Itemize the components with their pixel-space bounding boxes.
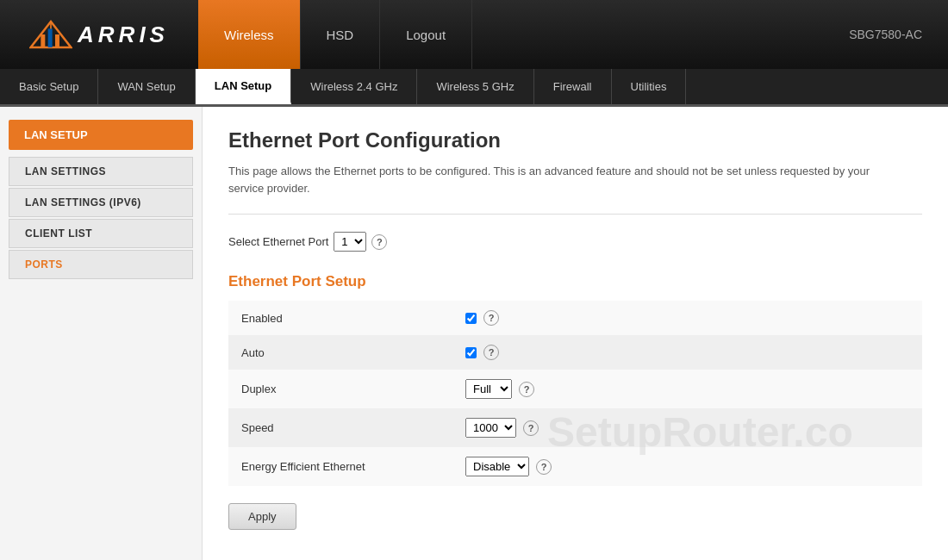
brand-name: ARRIS bbox=[78, 22, 169, 48]
tab-firewall[interactable]: Firewall bbox=[534, 69, 612, 104]
divider bbox=[228, 214, 922, 215]
sidebar-item-client-list[interactable]: CLIENT LIST bbox=[9, 219, 193, 248]
nav-link-hsd[interactable]: HSD bbox=[301, 0, 381, 69]
nav-link-logout[interactable]: Logout bbox=[380, 0, 472, 69]
table-row-duplex: Duplex Full Half ? bbox=[228, 370, 922, 408]
logo-area: ARRIS bbox=[0, 0, 198, 69]
field-value-speed: 1000 100 10 ? bbox=[452, 408, 922, 447]
field-label-speed: Speed bbox=[228, 408, 452, 447]
svg-rect-3 bbox=[41, 34, 45, 47]
tab-wireless-5[interactable]: Wireless 5 GHz bbox=[417, 69, 533, 104]
config-table: Enabled ? Auto ? bbox=[228, 301, 922, 486]
page-description: This page allows the Ethernet ports to b… bbox=[228, 163, 875, 196]
field-label-duplex: Duplex bbox=[228, 370, 452, 408]
auto-help-icon[interactable]: ? bbox=[483, 345, 499, 360]
table-row-enabled: Enabled ? bbox=[228, 301, 922, 335]
sidebar-header: LAN SETUP bbox=[9, 120, 193, 150]
table-row-energy-efficient: Energy Efficient Ethernet Disable Enable… bbox=[228, 447, 922, 486]
field-label-energy-efficient: Energy Efficient Ethernet bbox=[228, 447, 452, 486]
arris-logo: ARRIS bbox=[29, 17, 169, 52]
duplex-select[interactable]: Full Half bbox=[465, 379, 512, 399]
device-name: SBG7580-AC bbox=[849, 28, 948, 41]
tab-wan-setup[interactable]: WAN Setup bbox=[98, 69, 195, 104]
section-title: Ethernet Port Setup bbox=[228, 273, 922, 290]
main-layout: LAN SETUP LAN SETTINGS LAN SETTINGS (IPV… bbox=[0, 107, 948, 560]
port-select-help-icon[interactable]: ? bbox=[371, 234, 387, 250]
port-select-label: Select Ethernet Port bbox=[228, 235, 328, 248]
enabled-help-icon[interactable]: ? bbox=[483, 310, 499, 326]
apply-button[interactable]: Apply bbox=[228, 503, 296, 530]
enabled-checkbox[interactable] bbox=[465, 313, 477, 324]
svg-rect-5 bbox=[55, 34, 59, 47]
field-value-auto: ? bbox=[452, 335, 922, 370]
tab-wireless-24[interactable]: Wireless 2.4 GHz bbox=[291, 69, 417, 104]
sidebar-item-lan-settings[interactable]: LAN SETTINGS bbox=[9, 157, 193, 186]
nav-link-wireless[interactable]: Wireless bbox=[198, 0, 301, 69]
field-value-energy-efficient: Disable Enable ? bbox=[452, 447, 922, 486]
sidebar-item-lan-settings-ipv6[interactable]: LAN SETTINGS (IPV6) bbox=[9, 188, 193, 217]
port-select-row: Select Ethernet Port 1 2 3 4 ? bbox=[228, 232, 922, 252]
content-area: Ethernet Port Configuration This page al… bbox=[203, 107, 948, 560]
arris-logo-svg bbox=[29, 17, 72, 52]
sidebar: LAN SETUP LAN SETTINGS LAN SETTINGS (IPV… bbox=[0, 107, 203, 560]
speed-help-icon[interactable]: ? bbox=[523, 420, 539, 436]
table-row-speed: Speed 1000 100 10 ? bbox=[228, 408, 922, 447]
svg-rect-4 bbox=[48, 28, 53, 47]
tab-basic-setup[interactable]: Basic Setup bbox=[0, 69, 98, 104]
nav-links: Wireless HSD Logout bbox=[198, 0, 849, 69]
energy-efficient-help-icon[interactable]: ? bbox=[536, 459, 552, 475]
tab-bar: Basic Setup WAN Setup LAN Setup Wireless… bbox=[0, 69, 948, 107]
table-row-auto: Auto ? bbox=[228, 335, 922, 370]
speed-select[interactable]: 1000 100 10 bbox=[465, 418, 516, 438]
field-value-enabled: ? bbox=[452, 301, 922, 335]
auto-checkbox[interactable] bbox=[465, 347, 477, 358]
tab-utilities[interactable]: Utilities bbox=[612, 69, 687, 104]
top-navigation: ARRIS Wireless HSD Logout SBG7580-AC bbox=[0, 0, 948, 69]
sidebar-item-ports[interactable]: PORTS bbox=[9, 250, 193, 279]
field-value-duplex: Full Half ? bbox=[452, 370, 922, 408]
duplex-help-icon[interactable]: ? bbox=[519, 382, 534, 397]
tab-lan-setup[interactable]: LAN Setup bbox=[196, 69, 291, 104]
energy-efficient-select[interactable]: Disable Enable bbox=[465, 457, 529, 476]
page-title: Ethernet Port Configuration bbox=[228, 128, 922, 152]
port-select-dropdown[interactable]: 1 2 3 4 bbox=[334, 232, 366, 252]
field-label-enabled: Enabled bbox=[228, 301, 452, 335]
field-label-auto: Auto bbox=[228, 335, 452, 370]
